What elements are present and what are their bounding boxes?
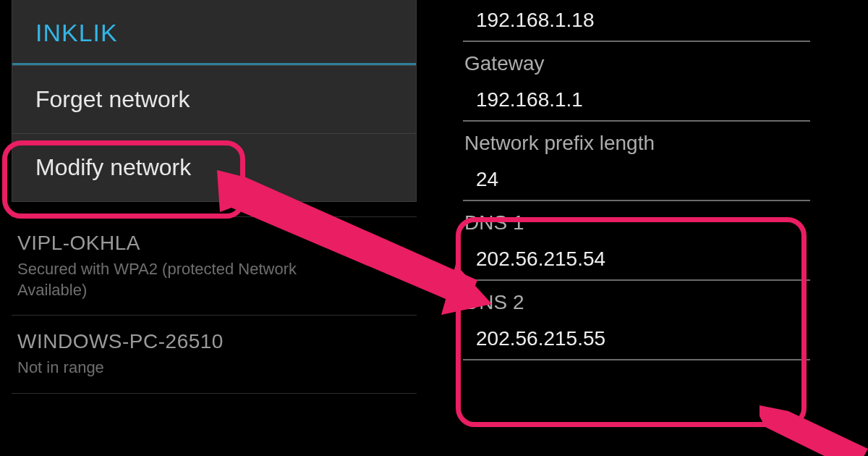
- wifi-network-list: VIPL-OKHLA Secured with WPA2 (protected …: [12, 216, 417, 394]
- wifi-ssid: VIPL-OKHLA: [17, 232, 366, 255]
- wifi-ssid: WINDOWS-PC-26510: [17, 330, 366, 353]
- wifi-row-windowspc[interactable]: WINDOWS-PC-26510 Not in range: [12, 316, 417, 394]
- wifi-panel: INKLIK Forget network Modify network VIP…: [12, 0, 417, 456]
- svg-rect-0: [393, 266, 401, 274]
- gateway-label: Gateway: [463, 52, 854, 75]
- prefix-input[interactable]: 24: [463, 159, 810, 201]
- dns2-input[interactable]: 202.56.215.55: [463, 318, 810, 360]
- wifi-subtext: Secured with WPA2 (protected Network Ava…: [17, 259, 366, 300]
- ip-address-input[interactable]: 192.168.1.18: [463, 0, 810, 42]
- field-ip-address: 192.168.1.18: [463, 0, 854, 42]
- wifi-lock-icon: [373, 253, 403, 280]
- modify-network-form: 192.168.1.18 Gateway 192.168.1.1 Network…: [463, 0, 854, 456]
- forget-network-item[interactable]: Forget network: [12, 65, 416, 133]
- modify-network-item[interactable]: Modify network: [12, 133, 416, 201]
- network-context-menu: INKLIK Forget network Modify network: [12, 0, 417, 202]
- field-dns1: DNS 1 202.56.215.54: [463, 211, 854, 281]
- dns1-input[interactable]: 202.56.215.54: [463, 239, 810, 281]
- field-gateway: Gateway 192.168.1.1: [463, 52, 854, 122]
- prefix-label: Network prefix length: [463, 132, 854, 155]
- wifi-row-vipl[interactable]: VIPL-OKHLA Secured with WPA2 (protected …: [12, 216, 417, 316]
- dns1-label: DNS 1: [463, 211, 854, 235]
- wifi-subtext: Not in range: [17, 358, 366, 379]
- field-prefix: Network prefix length 24: [463, 132, 854, 201]
- context-menu-title: INKLIK: [12, 0, 416, 65]
- gateway-input[interactable]: 192.168.1.1: [463, 80, 810, 122]
- field-dns2: DNS 2 202.56.215.55: [463, 291, 854, 360]
- dns2-label: DNS 2: [463, 291, 854, 314]
